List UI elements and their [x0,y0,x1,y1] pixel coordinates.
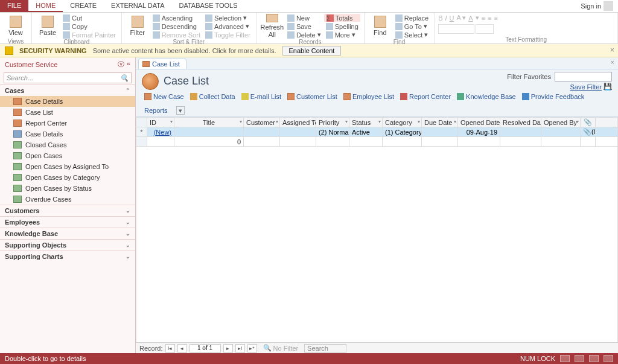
nav-item-open-cases-assigned[interactable]: Open Cases by Assigned To [0,161,135,172]
view-form-button[interactable] [560,355,570,362]
format-painter-button[interactable]: Format Painter [61,31,118,39]
nav-section-supporting-charts[interactable]: Supporting Charts⌄ [0,251,135,262]
nav-section-kb[interactable]: Knowledge Base⌄ [0,228,135,239]
nav-item-case-details-report[interactable]: Case Details [0,129,135,139]
save-filter-link[interactable]: Save Filter💾 [570,83,612,91]
new-record-row[interactable]: * (New) (2) Normal Active (1) Category 0… [136,127,618,137]
link-collect-data[interactable]: Collect Data [190,93,235,100]
cut-button[interactable]: Cut [61,14,118,22]
link-provide-feedback[interactable]: Provide Feedback [522,93,585,100]
doc-tab-case-list[interactable]: Case List [138,59,186,69]
no-filter-indicator[interactable]: 🔍 No Filter [263,344,299,352]
nav-item-overdue-cases[interactable]: Overdue Cases [0,194,135,205]
doc-tab-close-button[interactable]: × [611,59,614,66]
link-customer-list[interactable]: Customer List [287,93,337,100]
col-opened-by[interactable]: Opened By▾ [541,118,581,127]
col-id[interactable]: ID▾ [147,118,174,127]
goto-button[interactable]: Go To ▾ [393,22,430,30]
col-title[interactable]: Title▾ [174,118,244,127]
select-button[interactable]: Select ▾ [393,31,430,39]
view-design-button[interactable] [604,355,613,362]
nav-item-open-cases-category[interactable]: Open Cases by Category [0,172,135,183]
tab-file[interactable]: FILE [0,0,28,12]
delete-icon [287,31,295,39]
link-new-case[interactable]: New Case [144,93,184,100]
row-selector-header[interactable] [136,118,147,127]
new-id-link[interactable]: (New) [154,129,171,136]
view-button[interactable]: View [4,14,28,38]
col-assigned-to[interactable]: Assigned To▾ [280,118,316,127]
nav-search-input[interactable]: Search... 🔍 [4,72,132,83]
paste-button[interactable]: Paste [36,14,60,38]
delete-record-button[interactable]: Delete ▾ [285,31,323,39]
tab-home[interactable]: HOME [28,0,63,12]
nav-item-case-list[interactable]: Case List [0,107,135,118]
nav-section-cases[interactable]: Cases⌃ [0,85,135,96]
col-customer[interactable]: Customer▾ [244,118,280,127]
nav-prev-button[interactable]: ◂ [177,344,187,353]
remove-sort-button[interactable]: Remove Sort [151,31,202,39]
datasheet-grid[interactable]: ID▾ Title▾ Customer▾ Assigned To▾ Priori… [136,117,618,342]
spelling-button[interactable]: Spelling [324,22,360,30]
col-due-date[interactable]: Due Date▾ [422,118,458,127]
link-email-list[interactable]: E-mail List [241,93,281,100]
more-button[interactable]: More ▾ [324,31,360,39]
nav-dropdown-icon[interactable]: ⓥ [118,60,124,69]
col-opened-date[interactable]: Opened Date▾ [458,118,500,127]
totals-button[interactable]: ΣTotals [324,14,360,22]
nav-item-closed-cases[interactable]: Closed Cases [0,139,135,150]
refresh-all-button[interactable]: Refresh All [260,14,284,38]
col-status[interactable]: Status▾ [349,118,383,127]
link-reports[interactable]: Reports [144,106,168,115]
link-report-center[interactable]: Report Center [400,93,451,100]
selection-button[interactable]: Selection ▾ [203,14,252,22]
filter-button[interactable]: Filter [126,14,150,38]
nav-section-employees[interactable]: Employees⌄ [0,216,135,228]
col-category[interactable]: Category▾ [383,118,422,127]
replace-button[interactable]: Replace [393,14,430,22]
toggle-filter-button[interactable]: Toggle Filter [203,31,252,39]
filter-favorites-combo[interactable] [555,72,612,81]
record-search-input[interactable]: Search [304,344,346,353]
advanced-button[interactable]: Advanced ▾ [203,22,252,30]
filter-icon [132,16,144,28]
nav-new-button[interactable]: ▸* [247,344,257,353]
view-datasheet-button[interactable] [575,355,584,362]
ascending-button[interactable]: Ascending [151,14,202,22]
tab-external-data[interactable]: EXTERNAL DATA [104,0,171,12]
ribbon-group-records: Refresh All New Save Delete ▾ ΣTotals Sp… [256,13,365,43]
copy-button[interactable]: Copy [61,22,118,30]
nav-item-open-cases[interactable]: Open Cases [0,150,135,161]
case-list-logo-icon [142,73,159,90]
security-close-button[interactable]: × [610,46,614,54]
nav-collapse-icon[interactable]: « [127,60,130,69]
descending-button[interactable]: Descending [151,22,202,30]
enable-content-button[interactable]: Enable Content [282,46,342,56]
col-attachments[interactable]: 📎 [581,118,596,127]
font-family-combo[interactable] [438,24,474,34]
link-knowledge-base[interactable]: Knowledge Base [457,93,516,100]
col-resolved-date[interactable]: Resolved Date▾ [500,118,541,127]
col-priority[interactable]: Priority▾ [316,118,349,127]
link-employee-list[interactable]: Employee List [343,93,394,100]
record-position-input[interactable] [190,344,221,353]
nav-item-open-cases-status[interactable]: Open Cases by Status [0,183,135,194]
font-size-combo[interactable] [476,24,494,34]
nav-last-button[interactable]: ▸I [235,344,245,353]
reports-dropdown[interactable]: ▾ [176,106,185,115]
save-record-button[interactable]: Save [285,22,323,30]
nav-section-customers[interactable]: Customers⌄ [0,205,135,216]
nav-section-supporting-objects[interactable]: Supporting Objects⌄ [0,239,135,251]
nav-next-button[interactable]: ▸ [223,344,233,353]
tab-database-tools[interactable]: DATABASE TOOLS [171,0,244,12]
nav-title[interactable]: Customer Service ⓥ« [0,57,135,71]
tab-create[interactable]: CREATE [63,0,104,12]
nav-item-case-details[interactable]: Case Details [0,96,135,107]
find-button[interactable]: Find [368,14,392,38]
view-layout-button[interactable] [589,355,599,362]
text-format-tools[interactable]: BIU A ▾A▾ ≡≡≡ [438,14,498,22]
new-record-button[interactable]: New [285,14,323,22]
nav-item-report-center[interactable]: Report Center [0,118,135,129]
nav-first-button[interactable]: I◂ [165,344,175,353]
sign-in[interactable]: Sign in [576,0,618,12]
